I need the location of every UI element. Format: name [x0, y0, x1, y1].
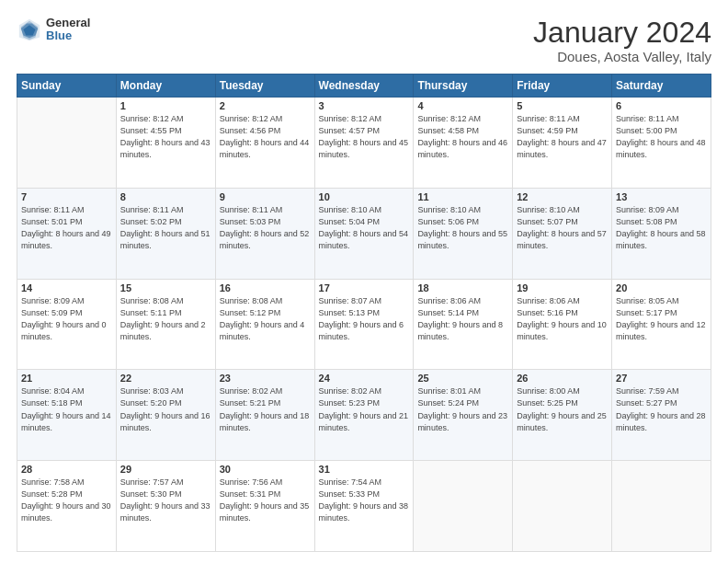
day-info: Sunrise: 7:58 AMSunset: 5:28 PMDaylight:…	[21, 477, 112, 524]
calendar-cell: 11Sunrise: 8:10 AMSunset: 5:06 PMDayligh…	[414, 188, 513, 279]
calendar-cell: 24Sunrise: 8:02 AMSunset: 5:23 PMDayligh…	[314, 370, 414, 461]
day-info: Sunrise: 7:57 AMSunset: 5:30 PMDaylight:…	[120, 477, 211, 524]
day-number: 17	[319, 282, 410, 293]
day-info: Sunrise: 8:11 AMSunset: 5:02 PMDaylight:…	[120, 204, 211, 252]
calendar-cell	[17, 98, 117, 189]
calendar-table: SundayMondayTuesdayWednesdayThursdayFrid…	[17, 74, 711, 552]
calendar-cell: 2Sunrise: 8:12 AMSunset: 4:56 PMDaylight…	[215, 98, 314, 189]
calendar-header-monday: Monday	[116, 75, 215, 98]
day-info: Sunrise: 8:08 AMSunset: 5:12 PMDaylight:…	[220, 295, 311, 343]
day-number: 9	[220, 191, 311, 202]
calendar-cell: 6Sunrise: 8:11 AMSunset: 5:00 PMDaylight…	[612, 98, 711, 189]
calendar-cell: 21Sunrise: 8:04 AMSunset: 5:18 PMDayligh…	[17, 370, 117, 461]
calendar-cell: 18Sunrise: 8:06 AMSunset: 5:14 PMDayligh…	[414, 279, 513, 370]
day-number: 24	[319, 373, 410, 384]
day-info: Sunrise: 8:02 AMSunset: 5:23 PMDaylight:…	[319, 385, 410, 433]
day-number: 1	[120, 100, 211, 111]
day-info: Sunrise: 8:06 AMSunset: 5:14 PMDaylight:…	[417, 295, 508, 343]
calendar-cell: 25Sunrise: 8:01 AMSunset: 5:24 PMDayligh…	[414, 370, 513, 461]
day-number: 29	[120, 464, 211, 475]
calendar-cell: 9Sunrise: 8:11 AMSunset: 5:03 PMDaylight…	[215, 188, 314, 279]
calendar-week-row: 21Sunrise: 8:04 AMSunset: 5:18 PMDayligh…	[17, 370, 711, 461]
day-info: Sunrise: 8:10 AMSunset: 5:04 PMDaylight:…	[319, 204, 410, 252]
day-number: 6	[616, 100, 707, 111]
day-info: Sunrise: 8:02 AMSunset: 5:21 PMDaylight:…	[220, 385, 311, 433]
calendar-cell	[612, 461, 711, 552]
day-number: 12	[517, 191, 608, 202]
day-info: Sunrise: 8:01 AMSunset: 5:24 PMDaylight:…	[417, 385, 508, 433]
day-number: 4	[417, 100, 508, 111]
day-info: Sunrise: 8:03 AMSunset: 5:20 PMDaylight:…	[120, 385, 211, 433]
calendar-cell: 4Sunrise: 8:12 AMSunset: 4:58 PMDaylight…	[414, 98, 513, 189]
day-number: 23	[220, 373, 311, 384]
calendar-cell: 8Sunrise: 8:11 AMSunset: 5:02 PMDaylight…	[116, 188, 215, 279]
logo-text: General Blue	[46, 17, 90, 43]
title-block: January 2024 Doues, Aosta Valley, Italy	[533, 17, 711, 64]
logo: General Blue	[17, 17, 90, 43]
calendar-cell: 14Sunrise: 8:09 AMSunset: 5:09 PMDayligh…	[17, 279, 117, 370]
day-info: Sunrise: 8:12 AMSunset: 4:58 PMDaylight:…	[417, 113, 508, 161]
day-number: 22	[120, 373, 211, 384]
day-info: Sunrise: 8:11 AMSunset: 5:00 PMDaylight:…	[616, 113, 707, 161]
calendar-cell: 23Sunrise: 8:02 AMSunset: 5:21 PMDayligh…	[215, 370, 314, 461]
calendar-header-sunday: Sunday	[17, 75, 117, 98]
calendar-week-row: 1Sunrise: 8:12 AMSunset: 4:55 PMDaylight…	[17, 98, 711, 189]
day-number: 21	[21, 373, 112, 384]
calendar-header-saturday: Saturday	[612, 75, 711, 98]
day-info: Sunrise: 8:12 AMSunset: 4:56 PMDaylight:…	[220, 113, 311, 161]
day-number: 25	[417, 373, 508, 384]
page-subtitle: Doues, Aosta Valley, Italy	[533, 49, 711, 64]
day-info: Sunrise: 7:56 AMSunset: 5:31 PMDaylight:…	[220, 477, 311, 524]
calendar-cell	[414, 461, 513, 552]
day-number: 27	[616, 373, 707, 384]
calendar-header-wednesday: Wednesday	[314, 75, 414, 98]
calendar-cell: 13Sunrise: 8:09 AMSunset: 5:08 PMDayligh…	[612, 188, 711, 279]
day-number: 31	[319, 464, 410, 475]
calendar-cell: 22Sunrise: 8:03 AMSunset: 5:20 PMDayligh…	[116, 370, 215, 461]
day-number: 26	[517, 373, 608, 384]
day-info: Sunrise: 8:12 AMSunset: 4:55 PMDaylight:…	[120, 113, 211, 161]
calendar-cell: 15Sunrise: 8:08 AMSunset: 5:11 PMDayligh…	[116, 279, 215, 370]
day-number: 3	[319, 100, 410, 111]
day-number: 11	[417, 191, 508, 202]
calendar-cell: 17Sunrise: 8:07 AMSunset: 5:13 PMDayligh…	[314, 279, 414, 370]
calendar-header-tuesday: Tuesday	[215, 75, 314, 98]
day-number: 7	[21, 191, 112, 202]
calendar-cell: 28Sunrise: 7:58 AMSunset: 5:28 PMDayligh…	[17, 461, 117, 552]
calendar-cell: 20Sunrise: 8:05 AMSunset: 5:17 PMDayligh…	[612, 279, 711, 370]
page: General Blue January 2024 Doues, Aosta V…	[0, 0, 728, 563]
calendar-cell: 10Sunrise: 8:10 AMSunset: 5:04 PMDayligh…	[314, 188, 414, 279]
day-number: 13	[616, 191, 707, 202]
day-number: 15	[120, 282, 211, 293]
day-number: 28	[21, 464, 112, 475]
day-info: Sunrise: 8:11 AMSunset: 5:03 PMDaylight:…	[220, 204, 311, 252]
day-number: 20	[616, 282, 707, 293]
day-info: Sunrise: 8:12 AMSunset: 4:57 PMDaylight:…	[319, 113, 410, 161]
day-number: 10	[319, 191, 410, 202]
day-info: Sunrise: 8:08 AMSunset: 5:11 PMDaylight:…	[120, 295, 211, 343]
calendar-week-row: 14Sunrise: 8:09 AMSunset: 5:09 PMDayligh…	[17, 279, 711, 370]
calendar-cell: 26Sunrise: 8:00 AMSunset: 5:25 PMDayligh…	[513, 370, 612, 461]
day-number: 5	[517, 100, 608, 111]
day-info: Sunrise: 7:59 AMSunset: 5:27 PMDaylight:…	[616, 385, 707, 433]
day-number: 2	[220, 100, 311, 111]
day-number: 18	[417, 282, 508, 293]
calendar-cell: 7Sunrise: 8:11 AMSunset: 5:01 PMDaylight…	[17, 188, 117, 279]
day-number: 16	[220, 282, 311, 293]
calendar-cell: 1Sunrise: 8:12 AMSunset: 4:55 PMDaylight…	[116, 98, 215, 189]
day-info: Sunrise: 7:54 AMSunset: 5:33 PMDaylight:…	[319, 477, 410, 524]
calendar-cell: 30Sunrise: 7:56 AMSunset: 5:31 PMDayligh…	[215, 461, 314, 552]
day-info: Sunrise: 8:09 AMSunset: 5:08 PMDaylight:…	[616, 204, 707, 252]
calendar-cell: 29Sunrise: 7:57 AMSunset: 5:30 PMDayligh…	[116, 461, 215, 552]
day-info: Sunrise: 8:07 AMSunset: 5:13 PMDaylight:…	[319, 295, 410, 343]
calendar-cell: 16Sunrise: 8:08 AMSunset: 5:12 PMDayligh…	[215, 279, 314, 370]
day-number: 30	[220, 464, 311, 475]
day-number: 19	[517, 282, 608, 293]
calendar-header-row: SundayMondayTuesdayWednesdayThursdayFrid…	[17, 75, 711, 98]
day-number: 14	[21, 282, 112, 293]
day-info: Sunrise: 8:10 AMSunset: 5:06 PMDaylight:…	[417, 204, 508, 252]
calendar-cell: 12Sunrise: 8:10 AMSunset: 5:07 PMDayligh…	[513, 188, 612, 279]
calendar-week-row: 7Sunrise: 8:11 AMSunset: 5:01 PMDaylight…	[17, 188, 711, 279]
logo-blue-text: Blue	[46, 29, 90, 42]
day-info: Sunrise: 8:04 AMSunset: 5:18 PMDaylight:…	[21, 385, 112, 433]
